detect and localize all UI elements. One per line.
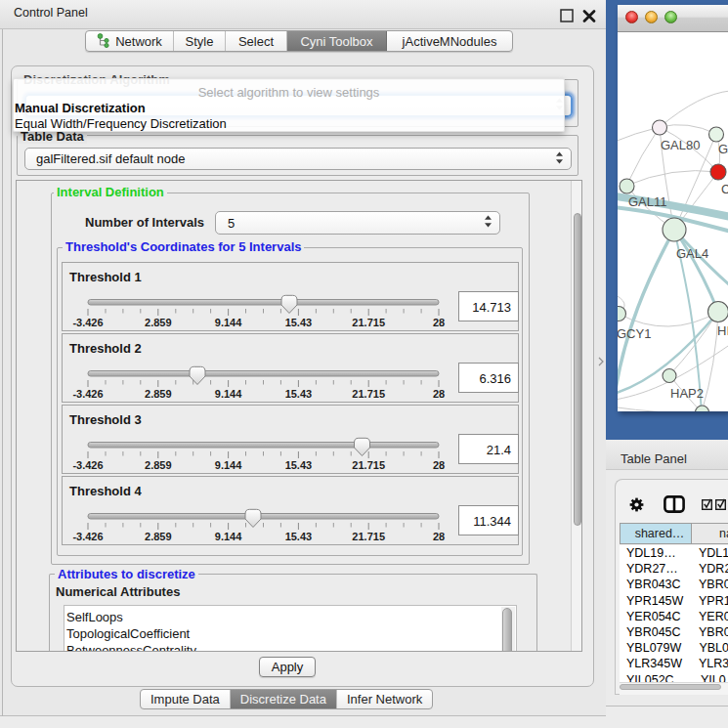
svg-text:2.859: 2.859 (145, 531, 172, 542)
svg-text:GA: GA (718, 142, 728, 156)
svg-text:GAL11: GAL11 (628, 194, 667, 209)
svg-text:CR: CR (721, 182, 728, 196)
svg-text:21.715: 21.715 (352, 458, 385, 470)
svg-text:HI: HI (717, 323, 728, 338)
svg-text:28: 28 (433, 531, 445, 542)
svg-text:9.144: 9.144 (215, 387, 242, 399)
svg-text:HAP2: HAP2 (670, 386, 704, 401)
svg-text:2.859: 2.859 (145, 317, 172, 328)
svg-text:9.144: 9.144 (215, 458, 242, 470)
svg-text:28: 28 (433, 317, 445, 328)
svg-text:GAL80: GAL80 (661, 138, 700, 152)
svg-text:15.43: 15.43 (285, 531, 313, 542)
svg-text:-3.426: -3.426 (72, 317, 103, 328)
svg-text:9.144: 9.144 (215, 317, 242, 328)
svg-text:28: 28 (433, 387, 445, 399)
svg-text:15.43: 15.43 (285, 317, 313, 328)
svg-text:2.859: 2.859 (145, 458, 172, 470)
svg-text:-3.426: -3.426 (72, 458, 103, 470)
svg-text:21.715: 21.715 (352, 387, 385, 399)
svg-text:15.43: 15.43 (285, 387, 313, 399)
svg-text:21.715: 21.715 (352, 317, 385, 328)
svg-text:9.144: 9.144 (215, 531, 242, 542)
svg-text:2.859: 2.859 (145, 387, 172, 399)
svg-text:21.715: 21.715 (352, 531, 385, 542)
svg-text:-3.426: -3.426 (72, 531, 103, 542)
svg-text:15.43: 15.43 (285, 458, 313, 470)
svg-text:GCY1: GCY1 (618, 326, 651, 341)
svg-text:GAL4: GAL4 (676, 246, 708, 261)
svg-text:-3.426: -3.426 (72, 387, 103, 399)
svg-text:28: 28 (433, 458, 445, 470)
